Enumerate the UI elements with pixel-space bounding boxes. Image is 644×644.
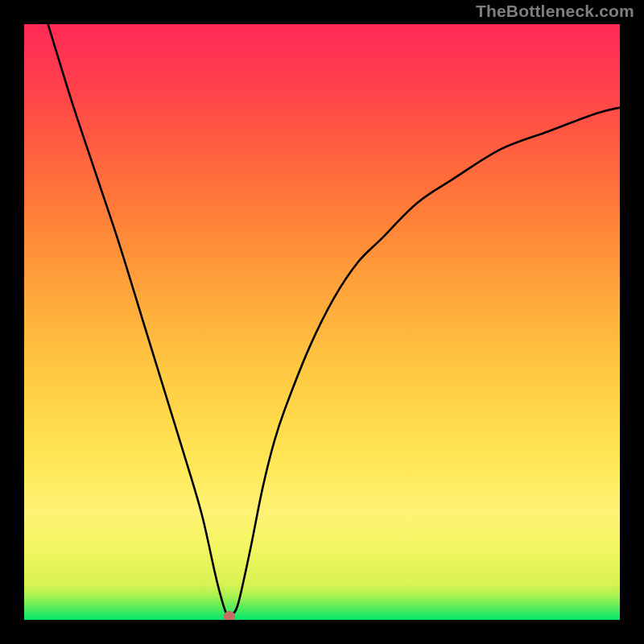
curve-layer: [24, 24, 620, 620]
watermark-text: TheBottleneck.com: [476, 2, 634, 21]
chart-frame: TheBottleneck.com: [0, 0, 644, 644]
plot-area: [24, 24, 620, 620]
optimal-point-marker: [224, 611, 235, 620]
bottleneck-curve: [48, 24, 620, 616]
